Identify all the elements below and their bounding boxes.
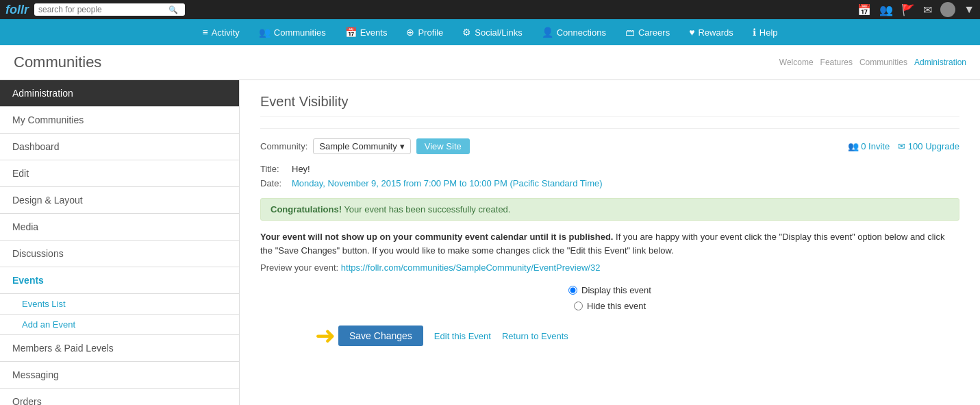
flag-icon[interactable]: 🚩 — [901, 3, 915, 16]
edit-event-link[interactable]: Edit this Event — [434, 331, 491, 341]
topbar: follr 🔍 📅 👥 🚩 ✉ ▼ — [0, 0, 980, 19]
invite-link[interactable]: 👥 0 Invite — [848, 141, 890, 151]
people-invite-icon: 👥 — [848, 141, 859, 151]
preview-label: Preview your event: — [260, 262, 338, 273]
logo[interactable]: follr — [5, 3, 29, 17]
sidebar: Administration My Communities Dashboard … — [0, 80, 240, 405]
nav-profile[interactable]: ⊕ Profile — [397, 19, 453, 45]
nav-activity-label: Activity — [212, 27, 240, 38]
navbar: ≡ Activity 👥 Communities 📅 Events ⊕ Prof… — [0, 19, 980, 45]
rewards-icon: ♥ — [689, 27, 694, 38]
breadcrumb: Welcome Features Communities Administrat… — [779, 58, 966, 67]
help-icon: ℹ — [753, 27, 756, 38]
sidebar-item-eventslist[interactable]: Events List — [0, 294, 239, 315]
connections-icon: 👤 — [542, 27, 553, 38]
sidebar-item-orders[interactable]: Orders — [0, 389, 239, 405]
communities-header: Communities Welcome Features Communities… — [0, 45, 980, 80]
breadcrumb-administration[interactable]: Administration — [914, 58, 966, 67]
preview-url-link[interactable]: https://follr.com/communities/SampleComm… — [341, 262, 601, 273]
breadcrumb-features[interactable]: Features — [820, 58, 853, 67]
sidebar-item-discussions[interactable]: Discussions — [0, 241, 239, 267]
preview-row: Preview your event: https://follr.com/co… — [260, 262, 959, 273]
page-title: Communities — [14, 53, 101, 71]
chevron-down-icon: ▾ — [400, 141, 405, 151]
breadcrumb-welcome[interactable]: Welcome — [779, 58, 814, 67]
breadcrumb-communities[interactable]: Communities — [859, 58, 907, 67]
calendar-icon[interactable]: 📅 — [857, 3, 871, 16]
success-strong: Congratulations! — [271, 204, 342, 214]
sidebar-item-messaging[interactable]: Messaging — [0, 362, 239, 389]
sidebar-item-edit[interactable]: Edit — [0, 160, 239, 187]
save-changes-button[interactable]: Save Changes — [338, 326, 423, 346]
mail-icon[interactable]: ✉ — [923, 3, 932, 16]
radio-display[interactable]: Display this event — [568, 285, 651, 295]
sidebar-item-members[interactable]: Members & Paid Levels — [0, 335, 239, 362]
community-select-name: Sample Community — [319, 141, 397, 151]
nav-communities[interactable]: 👥 Communities — [249, 19, 336, 45]
nav-events-label: Events — [360, 27, 388, 38]
nav-careers[interactable]: 🗃 Careers — [616, 19, 679, 45]
sidebar-item-addevent[interactable]: Add an Event — [0, 315, 239, 335]
search-input[interactable] — [38, 5, 168, 14]
sidebar-item-media[interactable]: Media — [0, 214, 239, 241]
yellow-arrow-icon: ➜ — [315, 323, 336, 348]
content-title: Event Visibility — [260, 94, 959, 117]
return-to-events-link[interactable]: Return to Events — [502, 331, 568, 341]
nav-sociallinks[interactable]: ⚙ Social/Links — [453, 19, 531, 45]
divider — [260, 128, 959, 129]
mail-upgrade-icon: ✉ — [898, 141, 905, 151]
radio-group: Display this event Hide this event — [260, 285, 959, 311]
community-bar-left: Community: Sample Community ▾ View Site — [260, 138, 470, 154]
nav-profile-label: Profile — [418, 27, 443, 38]
main-layout: Administration My Communities Dashboard … — [0, 80, 980, 405]
date-row: Date: Monday, November 9, 2015 from 7:00… — [260, 178, 959, 188]
activity-icon: ≡ — [202, 27, 208, 38]
view-site-button[interactable]: View Site — [416, 138, 470, 154]
events-icon: 📅 — [345, 27, 357, 38]
arrow-save: ➜ Save Changes — [315, 323, 423, 348]
search-icon: 🔍 — [168, 5, 178, 14]
nav-sociallinks-label: Social/Links — [475, 27, 522, 38]
content-area: Event Visibility Community: Sample Commu… — [240, 80, 980, 405]
nav-help-label: Help — [759, 27, 778, 38]
community-label: Community: — [260, 141, 307, 151]
nav-activity[interactable]: ≡ Activity — [192, 19, 249, 45]
success-text: Your event has been successfully created… — [344, 204, 510, 214]
action-row: ➜ Save Changes Edit this Event Return to… — [315, 323, 959, 348]
nav-help[interactable]: ℹ Help — [743, 19, 788, 45]
upgrade-link[interactable]: ✉ 100 Upgrade — [898, 141, 959, 151]
sidebar-item-administration[interactable]: Administration — [0, 80, 239, 107]
sociallinks-icon: ⚙ — [462, 27, 471, 38]
date-label: Date: — [260, 178, 288, 188]
profile-icon: ⊕ — [406, 27, 414, 38]
community-select[interactable]: Sample Community ▾ — [313, 138, 410, 154]
radio-hide[interactable]: Hide this event — [574, 301, 646, 311]
info-strong: Your event will not show up on your comm… — [260, 232, 613, 242]
community-bar: Community: Sample Community ▾ View Site … — [260, 138, 959, 154]
nav-rewards[interactable]: ♥ Rewards — [679, 19, 743, 45]
radio-display-label: Display this event — [581, 285, 651, 295]
nav-communities-label: Communities — [274, 27, 326, 38]
people-icon[interactable]: 👥 — [879, 3, 893, 16]
title-row: Title: Hey! — [260, 164, 959, 174]
title-value: Hey! — [292, 164, 310, 174]
radio-hide-label: Hide this event — [587, 301, 646, 311]
communities-icon: 👥 — [259, 27, 271, 38]
success-box: Congratulations! Your event has been suc… — [260, 198, 959, 221]
avatar[interactable] — [940, 2, 955, 17]
top-icons: 📅 👥 🚩 ✉ ▼ — [857, 2, 975, 17]
sidebar-item-events[interactable]: Events — [0, 267, 239, 294]
sidebar-item-design[interactable]: Design & Layout — [0, 187, 239, 214]
community-bar-right: 👥 0 Invite ✉ 100 Upgrade — [848, 141, 959, 151]
date-value: Monday, November 9, 2015 from 7:00 PM to… — [292, 178, 603, 188]
nav-events[interactable]: 📅 Events — [336, 19, 397, 45]
nav-connections[interactable]: 👤 Connections — [532, 19, 616, 45]
nav-connections-label: Connections — [557, 27, 606, 38]
sidebar-item-mycommunities[interactable]: My Communities — [0, 107, 239, 134]
radio-hide-input[interactable] — [574, 302, 583, 310]
nav-rewards-label: Rewards — [698, 27, 733, 38]
sidebar-item-dashboard[interactable]: Dashboard — [0, 134, 239, 160]
info-text: Your event will not show up on your comm… — [260, 230, 959, 257]
radio-display-input[interactable] — [568, 286, 577, 295]
dropdown-icon[interactable]: ▼ — [964, 3, 975, 16]
